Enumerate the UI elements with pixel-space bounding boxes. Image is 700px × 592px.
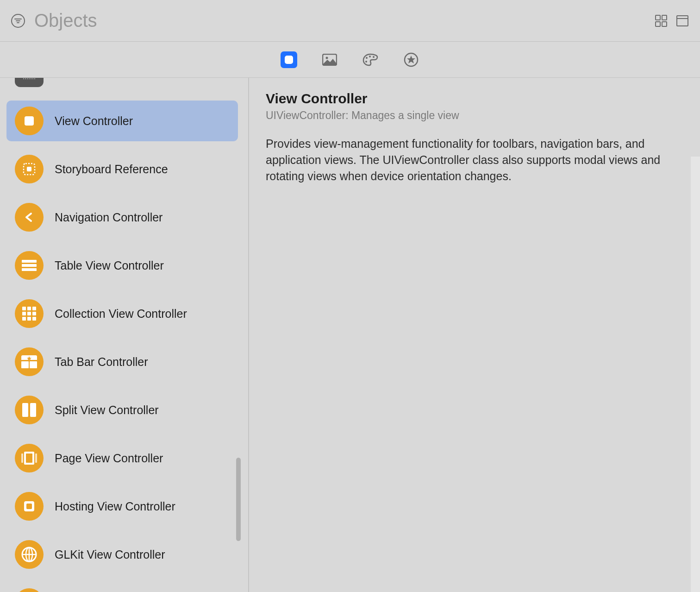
svg-rect-40: [35, 453, 37, 463]
header-left: Objects: [11, 10, 655, 31]
main-content: Container View View Controller Storyboar…: [0, 78, 700, 592]
svg-point-12: [366, 57, 368, 59]
avkit-player-view-controller-icon: [15, 588, 44, 592]
svg-rect-32: [27, 317, 31, 321]
library-toolbar: [0, 42, 700, 78]
svg-rect-35: [30, 361, 37, 368]
view-controller-icon: [15, 107, 44, 135]
svg-rect-31: [22, 317, 26, 321]
list-item[interactable]: Collection View Controller: [6, 293, 238, 334]
list-item[interactable]: Navigation Controller: [6, 197, 238, 238]
list-item-label: Storyboard Reference: [55, 163, 168, 176]
svg-rect-24: [22, 268, 37, 271]
divider: [248, 78, 249, 592]
svg-point-15: [365, 61, 367, 63]
sidebar-scrollbar[interactable]: [236, 78, 242, 592]
hosting-view-controller-icon: [15, 492, 44, 521]
svg-point-11: [326, 57, 328, 59]
list-item-label: GLKit View Controller: [55, 548, 165, 561]
table-view-controller-icon: [15, 251, 44, 280]
detail-title: View Controller: [266, 91, 681, 107]
list-item[interactable]: Storyboard Reference: [6, 149, 238, 189]
list-item[interactable]: AVKit Player View Controller: [6, 582, 238, 592]
svg-rect-43: [26, 504, 32, 509]
svg-rect-34: [21, 361, 29, 368]
svg-rect-9: [285, 56, 293, 64]
right-scrollbar[interactable]: [691, 157, 700, 592]
collection-view-controller-icon: [15, 299, 44, 328]
search-field[interactable]: Objects: [34, 10, 97, 31]
list-item[interactable]: View Controller: [6, 101, 238, 141]
list-item-label: Tab Bar Controller: [55, 355, 148, 369]
panel-toggle-icon[interactable]: [676, 14, 689, 27]
grid-view-icon[interactable]: [655, 14, 668, 27]
list-item[interactable]: Tab Bar Controller: [6, 341, 238, 382]
snippets-library-tab[interactable]: [403, 51, 419, 68]
list-item[interactable]: Split View Controller: [6, 390, 238, 430]
detail-description: Provides view-management functionality f…: [266, 136, 681, 184]
svg-rect-3: [656, 15, 660, 20]
detail-subtitle: UIViewController: Manages a single view: [266, 109, 681, 122]
list-item[interactable]: GLKit View Controller: [6, 534, 238, 575]
list-item-label: View Controller: [55, 114, 133, 128]
svg-rect-41: [26, 453, 32, 463]
svg-rect-5: [656, 22, 660, 26]
list-item-label: Page View Controller: [55, 452, 163, 465]
svg-rect-17: [23, 78, 35, 79]
svg-rect-7: [677, 16, 688, 26]
list-item-label: Collection View Controller: [55, 307, 187, 321]
list-item[interactable]: Container View: [6, 78, 238, 93]
svg-rect-27: [32, 307, 36, 310]
header-right: [655, 14, 689, 27]
svg-rect-22: [22, 260, 37, 263]
svg-rect-6: [662, 22, 667, 26]
svg-rect-28: [22, 312, 26, 315]
list-item[interactable]: Table View Controller: [6, 245, 238, 286]
scrollbar-thumb[interactable]: [236, 458, 241, 541]
svg-rect-33: [32, 317, 36, 321]
list-item[interactable]: Page View Controller: [6, 438, 238, 479]
svg-rect-19: [25, 116, 34, 126]
svg-rect-25: [22, 307, 26, 310]
svg-rect-23: [22, 264, 37, 267]
detail-panel: View Controller UIViewController: Manage…: [252, 78, 700, 592]
svg-rect-36: [22, 403, 28, 417]
list-item-label: Hosting View Controller: [55, 500, 175, 513]
svg-rect-21: [27, 167, 31, 171]
container-view-icon: [15, 78, 44, 87]
glkit-view-controller-icon: [15, 540, 44, 569]
objects-library-tab[interactable]: [281, 51, 297, 68]
svg-rect-39: [21, 453, 23, 463]
list-item[interactable]: Hosting View Controller: [6, 486, 238, 527]
svg-rect-4: [662, 15, 667, 20]
header: Objects: [0, 0, 700, 42]
page-view-controller-icon: [15, 444, 44, 472]
tab-bar-controller-icon: [15, 347, 44, 376]
navigation-controller-icon: [15, 203, 44, 232]
svg-rect-37: [30, 403, 36, 417]
color-library-tab[interactable]: [362, 51, 379, 68]
filter-icon[interactable]: [11, 14, 25, 28]
objects-list[interactable]: Container View View Controller Storyboar…: [0, 78, 244, 592]
svg-rect-26: [27, 307, 31, 310]
svg-rect-29: [27, 312, 31, 315]
list-item-label: Container View: [55, 78, 133, 80]
split-view-controller-icon: [15, 396, 44, 424]
storyboard-reference-icon: [15, 155, 44, 183]
svg-rect-30: [32, 312, 36, 315]
svg-point-14: [373, 56, 375, 58]
media-library-tab[interactable]: [321, 51, 338, 68]
list-item-label: Table View Controller: [55, 259, 164, 272]
list-item-label: Split View Controller: [55, 403, 159, 417]
list-item-label: Navigation Controller: [55, 211, 162, 224]
svg-point-13: [369, 56, 371, 57]
